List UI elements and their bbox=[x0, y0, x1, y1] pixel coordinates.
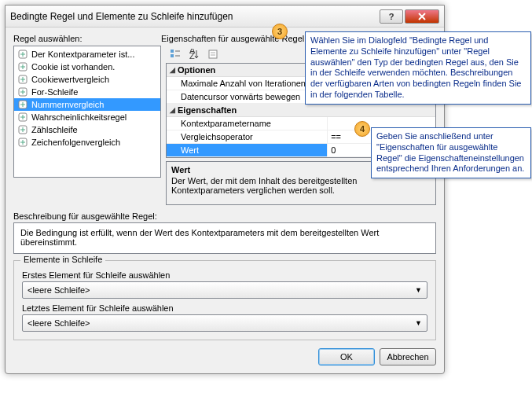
categorized-button[interactable] bbox=[167, 46, 183, 62]
callout-step-3: Wählen Sie im Dialogfeld "Bedingte Regel… bbox=[305, 31, 531, 105]
close-button[interactable] bbox=[405, 9, 439, 24]
rule-item-label: Cookiewertvergleich bbox=[31, 75, 109, 84]
rule-description-label: Beschreibung für ausgewählte Regel: bbox=[13, 211, 436, 221]
rule-item[interactable]: Cookiewertvergleich bbox=[14, 73, 160, 86]
property-pages-button[interactable] bbox=[205, 46, 221, 62]
help-button[interactable]: ? bbox=[380, 9, 403, 24]
rule-icon bbox=[17, 74, 28, 85]
first-element-label: Erstes Element für Schleife auswählen bbox=[22, 270, 427, 280]
last-element-combo[interactable]: <leere Schleife> ▼ bbox=[22, 314, 427, 332]
chevron-down-icon: ▼ bbox=[415, 319, 422, 327]
rule-item[interactable]: Der Kontextparameter ist... bbox=[14, 48, 160, 61]
rule-item[interactable]: Cookie ist vorhanden. bbox=[14, 61, 160, 73]
svg-text:Z: Z bbox=[189, 51, 195, 60]
rule-item[interactable]: Zeichenfolgenvergleich bbox=[14, 136, 160, 149]
dialog-title: Bedingte Regel und Elemente zu Schleife … bbox=[10, 11, 378, 22]
rule-icon bbox=[17, 61, 28, 72]
categorized-icon bbox=[170, 49, 181, 60]
rule-icon bbox=[17, 124, 28, 135]
select-rule-label: Regel auswählen: bbox=[13, 34, 161, 43]
rule-item-label: For-Schleife bbox=[31, 87, 78, 97]
first-element-combo[interactable]: <leere Schleife> ▼ bbox=[22, 281, 427, 299]
cancel-button[interactable]: Abbrechen bbox=[380, 348, 436, 365]
rule-icon bbox=[17, 137, 28, 148]
combo-value: <leere Schleife> bbox=[28, 285, 90, 295]
rule-icon bbox=[17, 49, 28, 60]
rule-icon bbox=[17, 99, 28, 110]
rule-item-label: Zeichenfolgenvergleich bbox=[31, 138, 120, 147]
rule-item-label: Cookie ist vorhanden. bbox=[31, 62, 115, 72]
step-badge-3: 3 bbox=[272, 24, 288, 39]
svg-rect-8 bbox=[171, 50, 174, 53]
property-page-icon bbox=[207, 49, 218, 60]
rule-icon bbox=[17, 86, 28, 97]
rule-list[interactable]: Der Kontextparameter ist...Cookie ist vo… bbox=[13, 46, 161, 178]
rule-item[interactable]: Zählschleife bbox=[14, 123, 160, 136]
titlebar: Bedingte Regel und Elemente zu Schleife … bbox=[6, 6, 444, 28]
rule-item[interactable]: Wahrscheinlichkeitsregel bbox=[14, 111, 160, 123]
rule-icon bbox=[17, 112, 28, 123]
rule-item-label: Der Kontextparameter ist... bbox=[31, 50, 134, 59]
chevron-down-icon: ▼ bbox=[415, 286, 422, 294]
rule-item[interactable]: Nummernvergleich bbox=[14, 98, 160, 111]
svg-rect-12 bbox=[209, 50, 217, 58]
loop-legend: Elemente in Schleife bbox=[20, 255, 105, 264]
rule-item-label: Nummernvergleich bbox=[31, 100, 104, 109]
property-help-text: Der Wert, der mit dem Inhalt des bereitg… bbox=[171, 176, 431, 195]
collapse-icon: ◢ bbox=[170, 106, 175, 114]
callout-step-4: Geben Sie anschließend unter "Eigenschaf… bbox=[371, 127, 531, 178]
ok-button[interactable]: OK bbox=[318, 348, 375, 365]
collapse-icon: ◢ bbox=[170, 66, 175, 74]
close-icon bbox=[418, 13, 426, 20]
sort-az-icon: AZ bbox=[189, 49, 200, 60]
rule-description-box: Die Bedingung ist erfüllt, wenn der Wert… bbox=[13, 222, 436, 254]
combo-value: <leere Schleife> bbox=[28, 318, 90, 328]
rule-item[interactable]: For-Schleife bbox=[14, 86, 160, 98]
last-element-label: Letztes Element für Schleife auswählen bbox=[22, 303, 427, 313]
step-badge-4: 4 bbox=[354, 121, 370, 137]
loop-elements-group: Elemente in Schleife Erstes Element für … bbox=[13, 260, 436, 340]
rule-item-label: Wahrscheinlichkeitsregel bbox=[31, 112, 127, 122]
svg-rect-9 bbox=[171, 54, 174, 57]
alphabetical-button[interactable]: AZ bbox=[186, 46, 202, 62]
rule-item-label: Zählschleife bbox=[31, 125, 78, 134]
group-eigenschaften[interactable]: ◢Eigenschaften bbox=[167, 104, 435, 117]
